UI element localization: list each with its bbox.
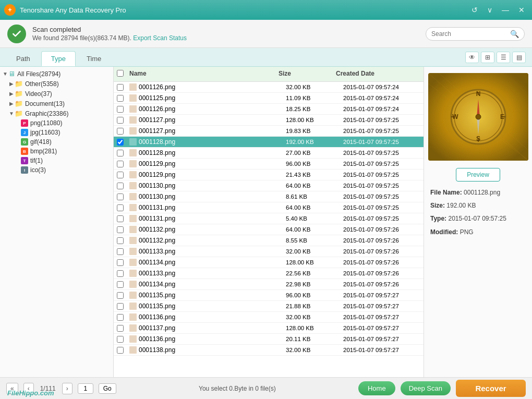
row-checkbox-cell[interactable] — [114, 313, 126, 322]
row-checkbox-cell[interactable] — [114, 280, 126, 289]
row-checkbox[interactable] — [117, 172, 124, 178]
tab-type[interactable]: Type — [41, 51, 76, 66]
deep-scan-button[interactable]: Deep Scan — [401, 381, 451, 395]
row-checkbox[interactable] — [117, 128, 124, 135]
row-checkbox-cell[interactable] — [114, 182, 126, 190]
row-checkbox[interactable] — [117, 347, 124, 354]
row-checkbox-cell[interactable] — [114, 346, 126, 355]
row-checkbox-cell[interactable] — [114, 225, 126, 234]
view-eye-button[interactable]: 👁 — [465, 52, 479, 63]
go-button[interactable]: Go — [99, 383, 116, 394]
table-row[interactable]: 0001131.png5.40 KB2015-01-07 09:57:25 — [114, 213, 424, 224]
table-row[interactable]: 0001138.png32.00 KB2015-01-07 09:57:27 — [114, 345, 424, 356]
tree-item-ico[interactable]: I ico(3) — [13, 165, 113, 175]
row-checkbox[interactable] — [117, 237, 124, 244]
row-checkbox[interactable] — [117, 150, 124, 156]
row-checkbox-cell[interactable] — [114, 127, 126, 136]
row-checkbox[interactable] — [117, 248, 124, 255]
select-all-checkbox[interactable] — [117, 70, 124, 77]
row-checkbox-cell[interactable] — [114, 324, 126, 333]
home-button[interactable]: Home — [358, 381, 395, 395]
row-checkbox[interactable] — [117, 161, 124, 167]
row-checkbox[interactable] — [117, 259, 124, 266]
table-row[interactable]: 0001135.png21.88 KB2015-01-07 09:57:27 — [114, 301, 424, 312]
header-checkbox[interactable] — [114, 69, 126, 79]
row-checkbox[interactable] — [117, 194, 124, 200]
table-row[interactable]: 0001132.png8.55 KB2015-01-07 09:57:26 — [114, 235, 424, 246]
tree-item-video[interactable]: ▶ 📁 Video(37) — [6, 89, 113, 99]
row-checkbox-cell[interactable] — [114, 149, 126, 158]
tree-item-allfiles[interactable]: ▼ 🖥 All Files(28794) — [0, 69, 113, 79]
page-number-input[interactable] — [78, 383, 93, 394]
row-checkbox[interactable] — [117, 270, 124, 277]
row-checkbox-cell[interactable] — [114, 160, 126, 168]
row-checkbox[interactable] — [117, 226, 124, 233]
table-row[interactable]: 0001130.png8.61 KB2015-01-07 09:57:25 — [114, 191, 424, 202]
table-row[interactable]: 0001125.png11.09 KB2015-01-07 09:57:24 — [114, 93, 424, 104]
table-row[interactable]: 0001126.png18.25 KB2015-01-07 09:57:24 — [114, 104, 424, 115]
view-grid-button[interactable]: ⊞ — [481, 52, 494, 63]
table-row[interactable]: 0001127.png128.00 KB2015-01-07 09:57:25 — [114, 115, 424, 126]
row-checkbox-cell[interactable] — [114, 138, 126, 147]
table-row[interactable]: 0001128.png27.00 KB2015-01-07 09:57:25 — [114, 148, 424, 159]
history-button[interactable]: ↺ — [468, 5, 481, 15]
tree-item-jpg[interactable]: J jpg(11603) — [13, 128, 113, 137]
row-checkbox[interactable] — [117, 117, 124, 124]
row-checkbox-cell[interactable] — [114, 192, 126, 201]
row-checkbox[interactable] — [117, 139, 124, 146]
recover-button[interactable]: Recover — [456, 380, 526, 397]
row-checkbox-cell[interactable] — [114, 335, 126, 344]
row-checkbox-cell[interactable] — [114, 171, 126, 179]
row-checkbox-cell[interactable] — [114, 83, 126, 92]
row-checkbox[interactable] — [117, 336, 124, 343]
table-row[interactable]: 0001133.png22.56 KB2015-01-07 09:57:26 — [114, 268, 424, 279]
row-checkbox-cell[interactable] — [114, 291, 126, 300]
row-checkbox-cell[interactable] — [114, 236, 126, 245]
row-checkbox[interactable] — [117, 106, 124, 113]
row-checkbox-cell[interactable] — [114, 94, 126, 103]
row-checkbox[interactable] — [117, 292, 124, 299]
tree-item-tif[interactable]: T tif(1) — [13, 156, 113, 165]
row-checkbox-cell[interactable] — [114, 105, 126, 114]
row-checkbox[interactable] — [117, 215, 124, 222]
close-button[interactable]: ✕ — [515, 5, 528, 15]
row-checkbox[interactable] — [117, 204, 124, 211]
tree-item-graphic[interactable]: ▼ 📁 Graphic(23386) — [6, 108, 113, 118]
row-checkbox[interactable] — [117, 303, 124, 310]
table-row[interactable]: 0001131.png64.00 KB2015-01-07 09:57:25 — [114, 202, 424, 213]
row-checkbox[interactable] — [117, 84, 124, 91]
row-checkbox[interactable] — [117, 281, 124, 288]
row-checkbox-cell[interactable] — [114, 247, 126, 256]
row-checkbox-cell[interactable] — [114, 269, 126, 278]
table-row[interactable]: 0001132.png64.00 KB2015-01-07 09:57:26 — [114, 224, 424, 235]
page-next-button[interactable]: › — [62, 383, 72, 394]
table-row[interactable]: 0001136.png32.00 KB2015-01-07 09:57:27 — [114, 312, 424, 323]
search-input[interactable] — [431, 30, 510, 38]
table-row[interactable]: 0001126.png32.00 KB2015-01-07 09:57:24 — [114, 82, 424, 93]
view-detail-button[interactable]: ▤ — [512, 52, 526, 63]
tree-item-gif[interactable]: G gif(418) — [13, 137, 113, 147]
row-checkbox-cell[interactable] — [114, 214, 126, 223]
tab-time[interactable]: Time — [77, 51, 111, 66]
table-row[interactable]: 0001135.png96.00 KB2015-01-07 09:57:27 — [114, 290, 424, 301]
table-row[interactable]: 0001130.png64.00 KB2015-01-07 09:57:25 — [114, 180, 424, 191]
table-row[interactable]: 0001128.png192.00 KB2015-01-07 09:57:25 — [114, 137, 424, 148]
row-checkbox-cell[interactable] — [114, 203, 126, 212]
row-checkbox-cell[interactable] — [114, 302, 126, 311]
search-box[interactable]: 🔍 — [426, 27, 525, 41]
view-list-button[interactable]: ☰ — [497, 52, 510, 63]
table-row[interactable]: 0001133.png32.00 KB2015-01-07 09:57:26 — [114, 246, 424, 257]
row-checkbox[interactable] — [117, 325, 124, 332]
tree-item-bmp[interactable]: B bmp(281) — [13, 147, 113, 156]
dropdown-button[interactable]: ∨ — [484, 5, 495, 15]
preview-button[interactable]: Preview — [456, 168, 500, 182]
tab-path[interactable]: Path — [6, 51, 40, 66]
table-row[interactable]: 0001136.png20.11 KB2015-01-07 09:57:27 — [114, 334, 424, 345]
row-checkbox[interactable] — [117, 183, 124, 189]
tree-item-document[interactable]: ▶ 📁 Document(13) — [6, 99, 113, 108]
minimize-button[interactable]: — — [499, 5, 512, 15]
table-row[interactable]: 0001129.png21.43 KB2015-01-07 09:57:25 — [114, 170, 424, 180]
table-row[interactable]: 0001134.png22.98 KB2015-01-07 09:57:26 — [114, 279, 424, 290]
row-checkbox[interactable] — [117, 95, 124, 102]
row-checkbox-cell[interactable] — [114, 258, 126, 267]
